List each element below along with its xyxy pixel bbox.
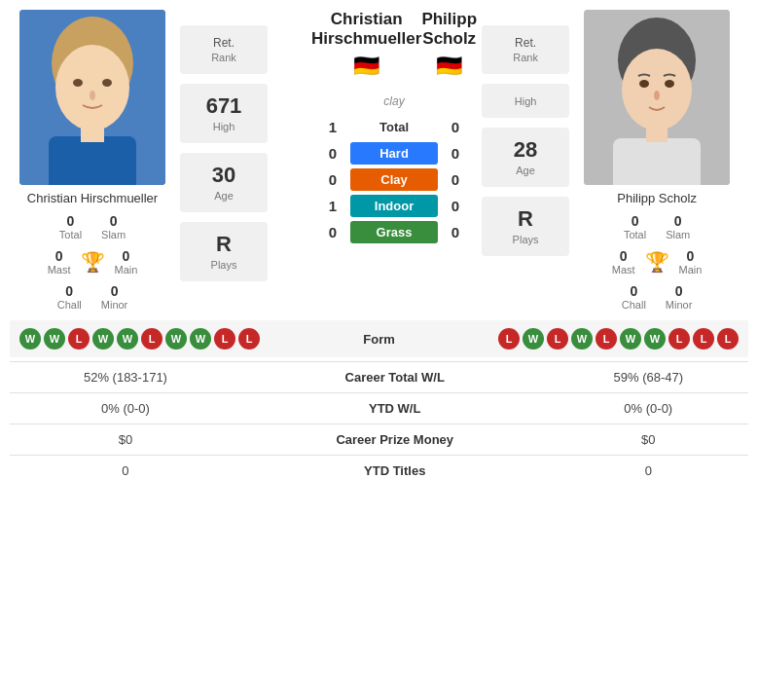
hard-badge: Hard (350, 142, 438, 165)
player1-slam-label: Slam (101, 229, 126, 240)
p2-clay-score: 0 (444, 171, 467, 188)
stats-p2-val-2: $0 (549, 424, 748, 456)
right-player-section: Ret. Rank High 28 Age R Plays (477, 10, 758, 311)
p1-form-badge-3: W (92, 328, 114, 350)
p1-form-badge-2: L (68, 328, 90, 350)
player1-main-box: 0 Main (115, 248, 138, 276)
player1-photo (19, 10, 165, 185)
stats-p1-val-2: $0 (10, 424, 241, 456)
player1-stats-row2: 0 Mast 🏆 0 Main (48, 248, 138, 276)
form-label: Form (363, 332, 395, 347)
player1-name: Christian Hirschmueller (27, 191, 158, 205)
player1-high-label: High (213, 121, 235, 132)
player2-photo (584, 10, 730, 185)
player2-minor-box: 0 Minor (666, 283, 693, 311)
player2-slam-value: 0 (666, 213, 690, 229)
score-row-grass: 0 Grass 0 (311, 221, 477, 243)
player1-card: Christian Hirschmueller 0 Total 0 Slam 0… (10, 10, 175, 311)
p1-form-badge-0: W (19, 328, 41, 350)
player1-minor-value: 0 (101, 283, 128, 299)
surface-label: clay (383, 94, 404, 108)
player2-total-box: 0 Total (624, 213, 646, 240)
trophy-icon-left: 🏆 (81, 250, 105, 274)
player1-chall-value: 0 (57, 283, 82, 299)
stats-row-1: 0% (0-0)YTD W/L0% (0-0) (10, 393, 748, 424)
player1-minor-label: Minor (101, 299, 128, 311)
stats-label-0: Career Total W/L (241, 362, 549, 393)
player1-high-value: 671 (196, 93, 252, 119)
player1-plays-value: R (196, 232, 252, 257)
p1-hard-score: 0 (321, 145, 344, 162)
score-row-hard: 0 Hard 0 (311, 142, 477, 165)
p2-form-badge-4: L (596, 328, 617, 350)
stats-label-1: YTD W/L (241, 393, 549, 424)
svg-point-10 (622, 49, 692, 130)
svg-point-4 (102, 79, 112, 87)
player2-rank-label: Ret. (515, 36, 536, 50)
player1-header: Christian Hirschmueller 🇩🇪 (311, 10, 421, 79)
center-middle: Christian Hirschmueller 🇩🇪 Philipp Schol… (311, 10, 477, 311)
player1-rank-label: Ret. (213, 36, 235, 50)
player2-rank-col: Ret. Rank High 28 Age R Plays (477, 10, 574, 311)
p2-form-badge-6: W (644, 328, 666, 350)
p1-form-badge-4: W (117, 328, 138, 350)
p1-form-badge-9: L (238, 328, 260, 350)
svg-point-5 (90, 91, 95, 100)
player2-slam-box: 0 Slam (666, 213, 690, 240)
player2-main-value: 0 (679, 248, 703, 264)
player1-main-value: 0 (115, 248, 138, 264)
p1-total-score: 1 (321, 119, 344, 135)
p2-total-score: 0 (444, 119, 467, 135)
p2-form-badge-9: L (717, 328, 739, 350)
player2-age-label: Age (516, 165, 535, 176)
form-section: WWLWWLWWLL Form LWLWLWWLLL (10, 320, 748, 357)
player2-rank-sublabel: Rank (513, 52, 538, 63)
svg-point-12 (665, 80, 674, 88)
player1-high-card: 671 High (180, 84, 268, 143)
player2-total-label: Total (624, 229, 646, 240)
p2-grass-score: 0 (444, 224, 467, 240)
score-row-indoor: 1 Indoor 0 (311, 195, 477, 217)
stats-row-3: 0YTD Titles0 (10, 456, 748, 487)
player1-age-value: 30 (196, 163, 252, 188)
player2-mast-box: 0 Mast (612, 248, 635, 276)
player2-stats-row1: 0 Total 0 Slam (624, 213, 690, 240)
player2-age-value: 28 (497, 137, 554, 163)
indoor-badge: Indoor (350, 195, 438, 217)
stats-row-0: 52% (183-171)Career Total W/L59% (68-47) (10, 362, 748, 393)
stats-p2-val-0: 59% (68-47) (549, 362, 748, 393)
p2-form-badge-1: W (523, 328, 544, 350)
main-container: Christian Hirschmueller 0 Total 0 Slam 0… (0, 0, 758, 496)
player1-slam-box: 0 Slam (101, 213, 126, 240)
score-rows: 1 Total 0 0 Hard 0 0 Clay 0 1 (311, 112, 477, 247)
player2-main-label: Main (679, 264, 703, 276)
player1-mast-value: 0 (48, 248, 71, 264)
svg-rect-15 (646, 127, 668, 142)
player1-plays-label: Plays (211, 259, 237, 271)
player1-rank-col: Ret. Rank 671 High 30 Age R Plays (175, 10, 272, 311)
player2-age-card: 28 Age (482, 128, 569, 187)
player2-slam-label: Slam (666, 229, 690, 240)
player1-header-name: Christian Hirschmueller (311, 10, 421, 50)
player2-card: Philipp Scholz 0 Total 0 Slam 0 Mast (574, 10, 740, 311)
svg-point-13 (654, 91, 660, 100)
stats-p2-val-1: 0% (0-0) (549, 393, 748, 424)
stats-p1-val-1: 0% (0-0) (10, 393, 241, 424)
player1-age-card: 30 Age (180, 153, 268, 212)
stats-p2-val-3: 0 (549, 456, 748, 487)
player1-stats-row1: 0 Total 0 Slam (59, 213, 126, 240)
player2-flag: 🇩🇪 (436, 54, 462, 79)
player1-slam-value: 0 (101, 213, 126, 229)
svg-rect-7 (81, 125, 104, 142)
player1-total-label: Total (59, 229, 82, 240)
player1-plays-card: R Plays (180, 222, 268, 281)
trophy-icon-right: 🏆 (645, 250, 669, 274)
player1-age-label: Age (214, 190, 234, 202)
p1-indoor-score: 1 (321, 198, 344, 214)
p2-form-badge-7: L (668, 328, 690, 350)
player1-minor-box: 0 Minor (101, 283, 128, 311)
svg-point-2 (55, 45, 129, 130)
p1-form-badge-7: W (190, 328, 211, 350)
player2-total-value: 0 (624, 213, 646, 229)
player1-rank-card: Ret. Rank (180, 25, 268, 74)
